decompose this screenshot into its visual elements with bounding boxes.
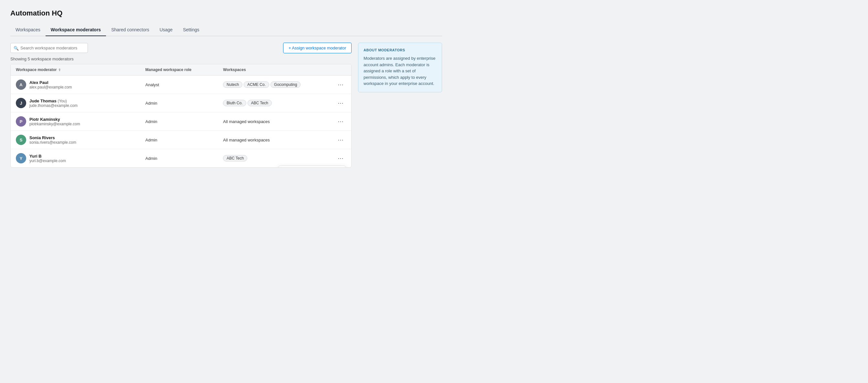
user-info: Sonia Rivers sonia.rivers@example.com	[29, 135, 76, 145]
table-row: S Sonia Rivers sonia.rivers@example.com …	[11, 131, 351, 149]
context-menu: ✎ Edit workspace moderator 🗑 Remove work…	[278, 166, 346, 168]
toolbar: 🔍 + Assign workspace moderator	[10, 43, 351, 53]
info-sidebar-text: Moderators are assigned by enterprise ac…	[364, 55, 437, 87]
edit-workspace-moderator-button[interactable]: ✎ Edit workspace moderator	[279, 166, 346, 168]
tab-usage[interactable]: Usage	[154, 24, 178, 36]
user-cell: A Alex Paul alex.paul@example.com	[16, 79, 146, 90]
user-info: Piotr Kaminsky piotrkaminsky@example.com	[29, 117, 80, 126]
user-info: Alex Paul alex.paul@example.com	[29, 80, 72, 90]
user-email: sonia.rivers@example.com	[29, 140, 76, 145]
avatar: Y	[16, 153, 26, 163]
user-name: Piotr Kaminsky	[29, 117, 80, 122]
user-name: Alex Paul	[29, 80, 72, 85]
user-info: Yuri B yuri.b@example.com	[29, 154, 66, 163]
action-cell: ⋯ ✎ Edit workspace moderator 🗑 Remove wo…	[327, 154, 346, 162]
role-cell: Admin	[146, 156, 223, 161]
user-cell: Y Yuri B yuri.b@example.com	[16, 153, 146, 163]
workspace-tag: ABC Tech	[248, 100, 272, 106]
action-cell: ⋯	[327, 99, 346, 107]
row-actions-button[interactable]: ⋯	[335, 117, 346, 126]
tab-workspace-moderators[interactable]: Workspace moderators	[45, 24, 106, 36]
role-cell: Admin	[146, 137, 223, 142]
search-icon: 🔍	[13, 45, 19, 51]
role-cell: Analyst	[146, 82, 223, 87]
workspace-tag: ABC Tech	[223, 155, 247, 161]
column-header-actions	[327, 67, 346, 72]
row-actions-button[interactable]: ⋯	[335, 81, 346, 89]
tab-shared-connectors[interactable]: Shared connectors	[106, 24, 154, 36]
user-cell: P Piotr Kaminsky piotrkaminsky@example.c…	[16, 116, 146, 127]
table-row: P Piotr Kaminsky piotrkaminsky@example.c…	[11, 113, 351, 131]
role-cell: Admin	[146, 101, 223, 105]
table-row: Y Yuri B yuri.b@example.com Admin ABC Te…	[11, 149, 351, 167]
content-area: 🔍 + Assign workspace moderator Showing 5…	[10, 43, 442, 168]
moderators-table: Workspace moderator ⇧ Managed workspace …	[10, 64, 351, 168]
user-info: Jude Thomas (You) jude.thomas@example.co…	[29, 98, 78, 108]
action-cell: ⋯	[327, 117, 346, 126]
workspaces-cell: All managed workspaces	[223, 119, 327, 124]
workspaces-cell: All managed workspaces	[223, 137, 327, 142]
column-header-moderator: Workspace moderator ⇧	[16, 67, 146, 72]
user-email: yuri.b@example.com	[29, 159, 66, 163]
workspaces-cell: Bluth Co. ABC Tech	[223, 100, 327, 106]
search-wrapper: 🔍	[10, 43, 88, 53]
showing-count-text: Showing 5 workspace moderators	[10, 57, 351, 61]
tab-settings[interactable]: Settings	[178, 24, 205, 36]
tab-workspaces[interactable]: Workspaces	[10, 24, 45, 36]
all-workspaces-label: All managed workspaces	[223, 137, 270, 142]
user-name: Jude Thomas (You)	[29, 98, 78, 103]
main-content: 🔍 + Assign workspace moderator Showing 5…	[10, 43, 351, 168]
user-cell: S Sonia Rivers sonia.rivers@example.com	[16, 135, 146, 145]
row-actions-button[interactable]: ⋯	[335, 136, 346, 144]
workspaces-cell: Nutech ACME Co. Gocomputing	[223, 82, 327, 88]
avatar: J	[16, 98, 26, 108]
column-header-role: Managed workspace role	[146, 67, 223, 72]
you-badge: (You)	[58, 99, 67, 103]
user-name: Sonia Rivers	[29, 135, 76, 140]
user-email: piotrkaminsky@example.com	[29, 122, 80, 126]
avatar: S	[16, 135, 26, 145]
workspace-tag: Bluth Co.	[223, 100, 246, 106]
workspaces-cell: ABC Tech	[223, 155, 327, 161]
action-cell: ⋯	[327, 136, 346, 144]
page-title: Automation HQ	[10, 9, 442, 18]
table-row: A Alex Paul alex.paul@example.com Analys…	[11, 75, 351, 94]
sort-icon: ⇧	[58, 68, 61, 72]
all-workspaces-label: All managed workspaces	[223, 119, 270, 124]
workspace-tag: Gocomputing	[271, 82, 301, 88]
avatar: A	[16, 79, 26, 90]
user-cell: J Jude Thomas (You) jude.thomas@example.…	[16, 98, 146, 108]
info-sidebar: ABOUT MODERATORS Moderators are assigned…	[358, 43, 442, 92]
action-cell: ⋯	[327, 81, 346, 89]
avatar: P	[16, 116, 26, 127]
search-input[interactable]	[10, 43, 88, 53]
workspace-tag: ACME Co.	[244, 82, 269, 88]
assign-workspace-moderator-button[interactable]: + Assign workspace moderator	[283, 43, 351, 53]
column-header-workspaces: Workspaces	[223, 67, 327, 72]
table-row: J Jude Thomas (You) jude.thomas@example.…	[11, 94, 351, 113]
row-actions-button[interactable]: ⋯	[335, 154, 346, 162]
tabs-nav: Workspaces Workspace moderators Shared c…	[10, 24, 442, 36]
user-email: alex.paul@example.com	[29, 85, 72, 90]
row-actions-button[interactable]: ⋯	[335, 99, 346, 107]
user-email: jude.thomas@example.com	[29, 103, 78, 108]
table-header: Workspace moderator ⇧ Managed workspace …	[11, 64, 351, 75]
role-cell: Admin	[146, 119, 223, 124]
user-name: Yuri B	[29, 154, 66, 159]
workspace-tag: Nutech	[223, 82, 242, 88]
info-sidebar-title: ABOUT MODERATORS	[364, 48, 437, 52]
